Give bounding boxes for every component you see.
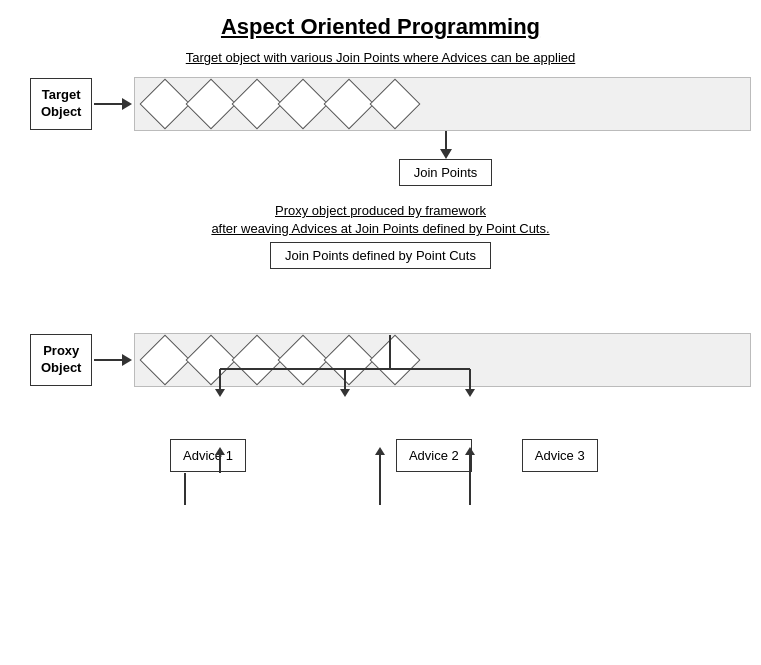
proxy-object-box: ProxyObject [30, 334, 92, 386]
proxy-diamond-4 [278, 335, 329, 386]
bottom-section: Proxy object produced by framework after… [10, 202, 751, 472]
top-diamonds-container [134, 77, 751, 131]
advice3-box: Advice 3 [522, 439, 598, 472]
arrow-d2 [215, 389, 225, 397]
page: Aspect Oriented Programming Target objec… [0, 0, 761, 665]
advice1-box: Advice 1 [170, 439, 246, 472]
target-object-box: TargetObject [30, 78, 92, 130]
join-points-box: Join Points [399, 159, 493, 186]
point-cuts-box: Join Points defined by Point Cuts [270, 242, 491, 269]
bottom-subtitle: Proxy object produced by framework after… [10, 202, 751, 238]
diamond-2 [186, 79, 237, 130]
proxy-diamond-2 [186, 335, 237, 386]
proxy-arrow [94, 354, 132, 366]
proxy-diamond-6 [370, 335, 421, 386]
join-points-arrow [440, 149, 452, 159]
diamond-5 [324, 79, 375, 130]
target-arrow [94, 98, 132, 110]
join-points-line [445, 131, 447, 149]
top-diagram-row: TargetObject [30, 77, 751, 131]
proxy-diamond-1 [140, 335, 191, 386]
arrow-d6 [465, 389, 475, 397]
arrow-d4 [340, 389, 350, 397]
top-section: Target object with various Join Points w… [10, 50, 751, 186]
page-title: Aspect Oriented Programming [10, 14, 751, 40]
bottom-diamonds-container [134, 333, 751, 387]
diamond-1 [140, 79, 191, 130]
point-cuts-wrapper: Join Points defined by Point Cuts [10, 242, 751, 269]
advice2-box: Advice 2 [396, 439, 472, 472]
diamond-3 [232, 79, 283, 130]
proxy-diamond-3 [232, 335, 283, 386]
bottom-diagram-wrapper: ProxyObject Advice 1 Advice 2 [10, 333, 751, 472]
proxy-diamond-5 [324, 335, 375, 386]
advice-row: Advice 1 Advice 2 Advice 3 [110, 439, 751, 472]
bottom-diagram-row: ProxyObject [30, 333, 751, 387]
top-subtitle: Target object with various Join Points w… [10, 50, 751, 65]
diamond-4 [278, 79, 329, 130]
diamond-6 [370, 79, 421, 130]
